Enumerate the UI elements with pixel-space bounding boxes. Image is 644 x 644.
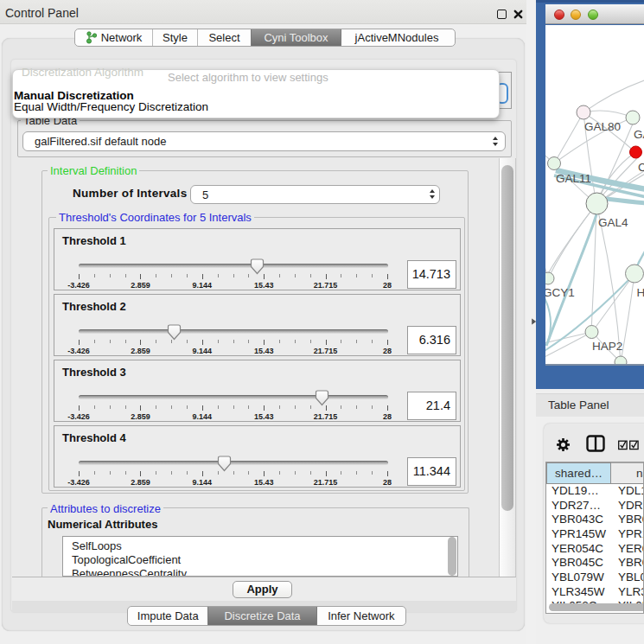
svg-text:GAL11: GAL11 [556,172,591,185]
svg-text:GA: GA [634,128,644,141]
svg-text:GAL80: GAL80 [584,120,621,133]
svg-text:GCY1: GCY1 [545,286,575,299]
svg-text:GAL4: GAL4 [598,216,628,229]
svg-text:HAP2: HAP2 [592,340,622,353]
svg-text:C: C [638,161,644,174]
svg-text:H: H [637,286,644,299]
